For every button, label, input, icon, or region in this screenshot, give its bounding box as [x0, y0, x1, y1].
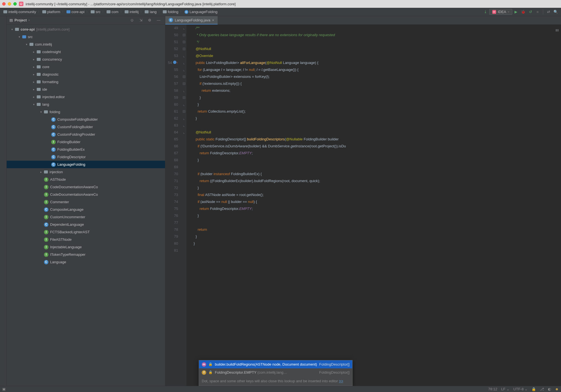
gear-icon[interactable]: ⚙: [147, 17, 153, 23]
folder-icon: [125, 10, 129, 13]
tree-node[interactable]: CCustomFoldingProvider: [7, 131, 165, 138]
fold-gutter[interactable]: ⌞⊟⊟⊟⌞⌞⌞⊟⊟⌞⊟⌞⊟⌞⌞⌞: [181, 24, 186, 386]
breadcrumb-item[interactable]: folding: [161, 10, 180, 14]
run-icon[interactable]: ▶: [513, 9, 519, 15]
tree-node[interactable]: CDependentLanguage: [7, 221, 165, 228]
git-branch-icon[interactable]: ⎇: [540, 387, 544, 391]
tree-node[interactable]: IInjectableLanguage: [7, 243, 165, 251]
stop-icon[interactable]: ■: [535, 9, 541, 15]
locate-icon[interactable]: ⊙: [129, 17, 135, 23]
tree-node[interactable]: ▾src: [7, 33, 165, 41]
file-encoding[interactable]: UTF-8 ⌄: [513, 387, 528, 391]
tree-node[interactable]: IFileASTNode: [7, 236, 165, 243]
hide-icon[interactable]: —: [156, 17, 162, 23]
breadcrumb-item[interactable]: core-api: [65, 10, 86, 14]
tree-node[interactable]: ▸core: [7, 63, 165, 71]
tree-node[interactable]: ICommenter: [7, 198, 165, 206]
breadcrumb-item[interactable]: intellij: [123, 10, 141, 14]
tree-node[interactable]: CFoldingBuilderEx: [7, 146, 165, 153]
memory-indicator-icon[interactable]: ◐: [548, 387, 551, 391]
inspector-icon[interactable]: ☻: [555, 387, 559, 391]
tree-node[interactable]: IFoldingBuilder: [7, 138, 165, 146]
tree-arrow-icon[interactable]: ▸: [32, 88, 35, 91]
run-config-label: IDEA: [498, 10, 506, 14]
breadcrumb-item[interactable]: intellij-community: [2, 10, 38, 14]
build-icon[interactable]: ⤓: [483, 9, 489, 15]
tree-node[interactable]: ▸injected.editor: [7, 93, 165, 101]
breadcrumb-item[interactable]: platform: [41, 10, 62, 14]
breadcrumb-pause-icon[interactable]: ▮▮: [555, 27, 559, 34]
project-tree[interactable]: ▾core-api [intellij.platform.core]▾src▾c…: [7, 24, 165, 386]
tree-arrow-icon[interactable]: ▸: [32, 95, 35, 98]
editor-tab[interactable]: C LanguageFolding.java ×: [165, 16, 218, 24]
search-everywhere-icon[interactable]: 🔍: [553, 9, 559, 15]
tree-arrow-icon[interactable]: ▸: [32, 73, 35, 76]
tree-node[interactable]: ICustomUncommenter: [7, 213, 165, 221]
tool-window-stripe-left[interactable]: [0, 16, 7, 386]
tree-node[interactable]: ICodeDocumentationAwareCo: [7, 191, 165, 198]
folder-icon: [15, 28, 19, 31]
tool-windows-icon[interactable]: ▣: [2, 387, 6, 391]
caret-position[interactable]: 78:12: [488, 387, 498, 391]
tree-node[interactable]: ▸formatting: [7, 78, 165, 86]
completion-kind-icon: m: [202, 362, 206, 367]
line-separator[interactable]: LF ⌄: [501, 387, 510, 391]
tree-node[interactable]: CCompositeLanguage: [7, 206, 165, 213]
tree-node[interactable]: ▾folding: [7, 108, 165, 116]
breadcrumb-item[interactable]: CLanguageFolding: [183, 10, 219, 14]
tree-arrow-icon[interactable]: ▸: [32, 50, 35, 53]
tree-node[interactable]: CLanguage: [7, 258, 165, 266]
tree-node[interactable]: ▾core-api [intellij.platform.core]: [7, 26, 165, 33]
tree-node[interactable]: CLanguageFolding: [7, 161, 165, 168]
completion-hint-link[interactable]: >>: [339, 379, 343, 383]
chevron-down-icon[interactable]: ▾: [28, 19, 30, 22]
chevron-right-icon: 〉: [102, 10, 105, 14]
tree-node[interactable]: CCompositeFoldingBuilder: [7, 116, 165, 123]
tree-arrow-icon[interactable]: ▾: [11, 28, 13, 31]
tree-label: CompositeLanguage: [50, 207, 83, 212]
zoom-window-icon[interactable]: [13, 2, 17, 6]
close-tab-icon[interactable]: ×: [212, 18, 214, 22]
collapse-all-icon[interactable]: ⇲: [138, 17, 144, 23]
tree-node[interactable]: ICodeDocumentationAwareCo: [7, 183, 165, 191]
code-source[interactable]: /** * Only queries base language results…: [186, 24, 561, 386]
tree-arrow-icon[interactable]: ▸: [32, 80, 35, 83]
tree-node[interactable]: ▸injection: [7, 168, 165, 176]
interface-icon: I: [44, 185, 48, 189]
completion-popup[interactable]: m🔒builder.buildFoldRegions(ASTNode node,…: [199, 360, 353, 386]
tree-node[interactable]: IFCTSBackedLighterAST: [7, 228, 165, 236]
project-title: Project: [14, 18, 27, 22]
completion-item[interactable]: m🔒builder.buildFoldRegions(ASTNode node,…: [199, 360, 352, 368]
tree-node[interactable]: ▾com.intellij: [7, 41, 165, 48]
tree-node[interactable]: ▸concurrency: [7, 56, 165, 63]
completion-item[interactable]: f🔒FoldingDescriptor.EMPTY (com.intellij.…: [199, 368, 352, 376]
tree-node[interactable]: CCustomFoldingBuilder: [7, 123, 165, 131]
tree-arrow-icon[interactable]: ▾: [18, 35, 21, 38]
tree-arrow-icon[interactable]: ▸: [32, 65, 35, 68]
close-window-icon[interactable]: [2, 2, 6, 6]
tree-arrow-icon[interactable]: ▾: [40, 110, 42, 113]
tree-arrow-icon[interactable]: ▾: [25, 43, 28, 46]
run-coverage-icon[interactable]: ↺: [527, 9, 533, 15]
breadcrumb-item[interactable]: com: [105, 10, 120, 14]
tree-node[interactable]: ▸ide: [7, 86, 165, 93]
code-editor[interactable]: ▮▮ 495051525354 ↑55565758596061626364656…: [165, 24, 561, 386]
tree-arrow-icon[interactable]: ▾: [32, 103, 35, 106]
tree-node[interactable]: IITokenTypeRemapper: [7, 251, 165, 258]
debug-icon[interactable]: 🐞: [520, 9, 526, 15]
run-config-dropdown[interactable]: IJ IDEA ▾: [489, 9, 512, 15]
tree-node[interactable]: ▾lang: [7, 101, 165, 108]
tree-node[interactable]: CFoldingDescriptor: [7, 153, 165, 161]
tree-arrow-icon[interactable]: ▸: [40, 170, 42, 173]
tree-node[interactable]: ▸codeInsight: [7, 48, 165, 56]
minimize-window-icon[interactable]: [8, 2, 11, 6]
tree-node[interactable]: ▸diagnostic: [7, 71, 165, 78]
tree-arrow-icon[interactable]: ▸: [32, 58, 35, 61]
tree-node[interactable]: IASTNode: [7, 176, 165, 183]
breadcrumb-item[interactable]: lang: [143, 10, 158, 14]
breadcrumb-item[interactable]: src: [89, 10, 102, 14]
editor-tab-label: LanguageFolding.java: [175, 18, 210, 22]
vcs-update-icon[interactable]: ⇄: [545, 9, 552, 15]
readonly-lock-icon[interactable]: 🔒: [532, 387, 536, 391]
chevron-right-icon: 〉: [120, 10, 123, 14]
